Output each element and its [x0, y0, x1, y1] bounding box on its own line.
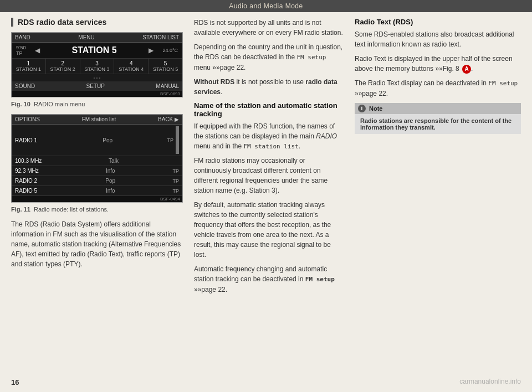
preset-4[interactable]: 4 STATION 4 — [114, 59, 149, 74]
list-item[interactable]: RADIO 2 Pop TP — [12, 176, 182, 186]
left-column: RDS radio data services BAND MENU STATIO… — [11, 18, 183, 299]
fm-setup-code-3: FM setup — [488, 80, 518, 87]
radio-prev-icon[interactable]: ◀ — [33, 47, 42, 54]
fm-img-id: BSF-0494 — [12, 196, 182, 202]
radio-bottom-bar: SOUND SETUP MANUAL — [12, 81, 182, 91]
fig11-text: Radio mode: list of stations. — [34, 206, 109, 213]
radio-manual: MANUAL — [156, 83, 179, 89]
fm-list-inner: RADIO 1 Pop TP 100.3 MHz Talk 92.3 MHz I… — [12, 125, 182, 196]
preset-2[interactable]: 2 STATION 2 — [46, 59, 80, 74]
right-para-3: The Radio Text display can be deactivate… — [355, 78, 521, 99]
page-number: 16 — [11, 378, 19, 386]
fm-setup-bold: FM setup — [305, 275, 335, 283]
mid-para-6: By default, automatic station tracking a… — [194, 200, 344, 260]
radio-dots: • • • — [12, 74, 182, 81]
right-column: Radio Text (RDS) Some RDS-enabled statio… — [355, 18, 521, 299]
mid-para-5: FM radio stations may occasionally or co… — [194, 156, 344, 195]
radio-italic: RADIO — [316, 132, 337, 140]
radio-band: BAND — [15, 34, 30, 40]
fm-station-list-label: FM station list — [82, 116, 116, 122]
fm-options: OPTIONS — [15, 116, 40, 122]
radio-presets: 1 STATION 1 2 STATION 2 3 STATION 3 4 ST… — [12, 59, 182, 74]
note-box: i Note Radio stations are responsible fo… — [355, 103, 521, 134]
left-body-text: The RDS (Radio Data System) offers addit… — [11, 219, 183, 269]
fm-setup-code-1: FM setup — [296, 54, 326, 61]
without-rds-bold: Without RDS — [194, 78, 234, 86]
radio-station-row: 9:50 TP ◀ STATION 5 ▶ 24.0°C — [12, 43, 182, 59]
mid-para-1: RDS is not supported by all units and is… — [194, 18, 344, 38]
fig-ref-a: A — [462, 65, 471, 74]
fm-station-list-code: FM station list — [243, 143, 298, 150]
note-icon: i — [358, 105, 366, 112]
mid-para-4: If equipped with the RDS function, the n… — [194, 121, 344, 152]
note-text: Radio stations are responsible for the c… — [360, 117, 511, 131]
note-label: Note — [369, 105, 382, 112]
fm-list-header: OPTIONS FM station list BACK ▶ — [12, 115, 182, 125]
radio-menu: MENU — [78, 34, 94, 40]
fig10-label: Fig. 10 — [11, 101, 32, 107]
preset-5[interactable]: 5 STATION 5 — [149, 59, 182, 74]
radio-temp: 24.0°C — [162, 48, 178, 53]
page-wrapper: Audio and Media Mode RDS radio data serv… — [0, 0, 532, 392]
content-area: RDS radio data services BAND MENU STATIO… — [0, 12, 532, 305]
fig10-text: RADIO main menu — [34, 101, 85, 107]
radio-sound: SOUND — [15, 83, 35, 89]
watermark: carmanualonline.info — [459, 378, 521, 385]
radio-tp: TP — [16, 50, 33, 56]
note-header: i Note — [355, 103, 521, 114]
radio-top-bar: BAND MENU STATION LIST — [12, 33, 182, 43]
fm-back[interactable]: BACK ▶ — [158, 116, 179, 122]
fig11-label: Fig. 11 — [11, 206, 32, 213]
preset-3[interactable]: 3 STATION 3 — [80, 59, 115, 74]
radio-ui: BAND MENU STATION LIST 9:50 TP ◀ STATION… — [11, 32, 183, 97]
middle-column: RDS is not supported by all units and is… — [194, 18, 344, 299]
right-para-1: Some RDS-enabled stations also broadcast… — [355, 29, 521, 49]
top-bar: Audio and Media Mode — [0, 0, 532, 12]
preset-1[interactable]: 1 STATION 1 — [12, 59, 46, 74]
right-para-2: Radio Text is displayed in the upper hal… — [355, 54, 521, 74]
top-bar-label: Audio and Media Mode — [229, 2, 303, 10]
list-item[interactable]: 92.3 MHz Info TP — [12, 166, 182, 176]
mid-para-3: Without RDS it is not possible to use ra… — [194, 77, 344, 97]
radio-station-name: STATION 5 — [42, 45, 146, 55]
radio-time: 9:50 — [16, 45, 33, 50]
fm-setup-code-2: FM setup — [305, 276, 335, 283]
section-title: RDS radio data services — [11, 18, 183, 27]
list-item[interactable]: RADIO 1 Pop TP — [12, 125, 182, 156]
radio-img-id: BSF-0693 — [12, 91, 182, 97]
mid-para-7: Automatic frequency changing and automat… — [194, 264, 344, 295]
fig11-caption: Fig. 11 Radio mode: list of stations. — [11, 205, 183, 214]
fig10-caption: Fig. 10 RADIO main menu — [11, 100, 183, 109]
fm-list-ui: OPTIONS FM station list BACK ▶ RADIO 1 P… — [11, 114, 183, 203]
right-section-heading: Radio Text (RDS) — [355, 18, 521, 26]
list-item[interactable]: 100.3 MHz Talk — [12, 156, 182, 166]
mid-para-2: Depending on the country and the unit in… — [194, 42, 344, 73]
radio-setup: SETUP — [86, 83, 105, 89]
radio-next-icon[interactable]: ▶ — [146, 47, 156, 54]
radio-station-list: STATION LIST — [142, 34, 179, 40]
list-item[interactable]: RADIO 5 Info TP — [12, 186, 182, 196]
section-heading-stations: Name of the station and automatic statio… — [194, 101, 344, 118]
